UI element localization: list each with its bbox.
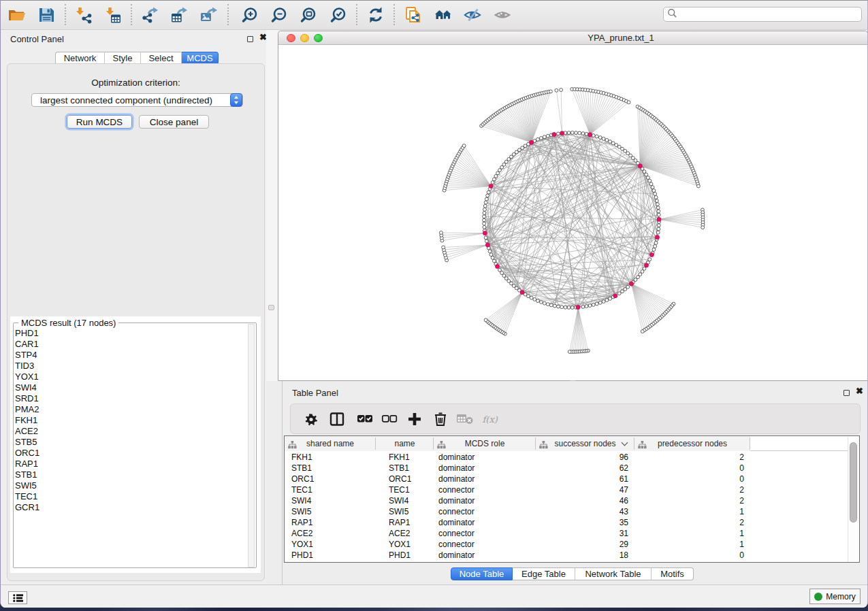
minimize-window-icon[interactable] — [300, 34, 309, 43]
mcds-result-item[interactable]: YOX1 — [15, 371, 39, 382]
mcds-result-item[interactable]: TID3 — [15, 361, 39, 371]
hide-panel-eye-icon[interactable] — [463, 5, 482, 24]
export-image-icon[interactable] — [199, 5, 219, 24]
table-row[interactable]: TEC1TEC1connector472 — [285, 484, 848, 495]
table-cell: SWI4 — [291, 495, 376, 506]
close-window-icon[interactable] — [287, 34, 295, 43]
table-cell: 2 — [634, 495, 744, 506]
table-scrollbar-thumb[interactable] — [850, 442, 857, 523]
save-session-icon[interactable] — [37, 5, 56, 24]
home-network-icon[interactable] — [434, 5, 453, 24]
table-scrollbar[interactable] — [848, 437, 858, 562]
table-cell: dominator — [438, 550, 536, 561]
table-row[interactable]: ACE2ACE2connector311 — [285, 528, 848, 539]
mcds-result-item[interactable]: TEC1 — [15, 491, 39, 502]
mcds-result-item[interactable]: SRD1 — [15, 393, 39, 404]
mcds-result-groupbox: MCDS result (17 nodes) PHD1CAR1STP4TID3Y… — [13, 323, 257, 568]
column-header-name[interactable]: name — [376, 436, 434, 451]
mcds-result-item[interactable]: GCR1 — [15, 502, 39, 513]
copy-network-icon[interactable] — [404, 5, 423, 24]
import-network-icon[interactable] — [74, 5, 93, 24]
zoom-in-icon[interactable] — [240, 5, 259, 24]
table-cell: PHD1 — [291, 550, 376, 561]
refresh-icon[interactable] — [366, 5, 385, 24]
tab-edge-table[interactable]: Edge Table — [513, 567, 575, 580]
tab-motifs[interactable]: Motifs — [652, 567, 694, 580]
column-header-successor-nodes[interactable]: successor nodes — [536, 436, 634, 451]
tab-node-table[interactable]: Node Table — [451, 567, 513, 580]
run-mcds-button[interactable]: Run MCDS — [67, 115, 132, 129]
table-panel-tabs: Node TableEdge TableNetwork TableMotifs — [451, 567, 694, 581]
show-eye-icon[interactable] — [493, 5, 512, 24]
gear-icon[interactable] — [302, 410, 320, 428]
mcds-result-item[interactable]: ACE2 — [15, 426, 39, 437]
open-file-icon[interactable] — [7, 5, 26, 24]
mcds-result-item[interactable]: SWI4 — [15, 382, 39, 393]
table-row[interactable]: PHD1PHD1dominator180 — [285, 550, 848, 561]
table-cell: 1 — [634, 539, 744, 550]
table-cell: dominator — [438, 474, 536, 484]
float-panel-icon[interactable] — [247, 36, 253, 42]
float-table-panel-icon[interactable] — [843, 390, 850, 396]
delete-table-icon — [456, 410, 474, 428]
table-row[interactable]: YOX1YOX1connector291 — [285, 539, 848, 550]
mcds-result-item[interactable]: SWI5 — [15, 480, 39, 491]
mcds-result-item[interactable]: STB5 — [15, 437, 39, 448]
memory-button[interactable]: Memory — [809, 589, 861, 604]
zoom-selected-icon[interactable] — [328, 5, 347, 24]
select-all-icon[interactable] — [356, 410, 374, 428]
table-cell: 2 — [634, 517, 744, 528]
table-cell: 18 — [536, 550, 628, 561]
task-list-icon — [13, 594, 23, 602]
table-cell: dominator — [438, 463, 536, 474]
table-cell: STB1 — [389, 463, 434, 474]
table-panel: Table Panel ✖ f(x) — [266, 381, 868, 584]
close-panel-button[interactable]: Close panel — [139, 115, 209, 129]
export-network-icon[interactable] — [140, 5, 159, 24]
mcds-result-label: MCDS result (17 nodes) — [18, 318, 118, 328]
search-input[interactable] — [663, 7, 862, 22]
close-table-panel-icon[interactable]: ✖ — [856, 386, 863, 396]
network-canvas[interactable] — [278, 45, 867, 380]
table-row[interactable]: STB1STB1dominator620 — [285, 463, 848, 474]
add-column-icon[interactable] — [406, 410, 423, 428]
mcds-result-item[interactable]: RAP1 — [15, 459, 39, 469]
mcds-result-item[interactable]: STB1 — [15, 469, 39, 480]
table-row[interactable]: SWI4SWI4dominator462 — [285, 495, 848, 506]
mcds-result-item[interactable]: ORC1 — [15, 448, 39, 459]
mcds-result-item[interactable]: STP4 — [15, 350, 39, 361]
task-history-button[interactable] — [8, 591, 27, 604]
node-table-rows: FKH1FKH1dominator962STB1STB1dominator620… — [285, 452, 848, 561]
zoom-out-icon[interactable] — [269, 5, 288, 24]
vertical-splitter-handle[interactable] — [268, 305, 274, 310]
export-table-icon[interactable] — [170, 5, 189, 24]
table-cell: YOX1 — [389, 539, 434, 550]
mcds-result-list[interactable]: PHD1CAR1STP4TID3YOX1SWI4SRD1PMA2FKH1ACE2… — [15, 328, 39, 513]
mcds-result-item[interactable]: PMA2 — [15, 404, 39, 415]
table-row[interactable]: SWI5SWI5connector431 — [285, 506, 848, 517]
table-row[interactable]: FKH1FKH1dominator962 — [285, 452, 848, 463]
tab-network-table[interactable]: Network Table — [575, 567, 652, 580]
optimization-criterion-select[interactable]: largest connected component (undirected) — [31, 93, 243, 107]
table-cell: 61 — [536, 474, 628, 484]
columns-icon[interactable] — [328, 410, 346, 428]
delete-column-icon[interactable] — [432, 410, 449, 428]
column-header-predecessor-nodes[interactable]: predecessor nodes — [634, 436, 750, 451]
mcds-result-scrollbar[interactable] — [248, 324, 255, 567]
optimization-criterion-label: Optimization criterion: — [7, 78, 264, 88]
maximize-window-icon[interactable] — [314, 34, 323, 43]
column-header-MCDS-role[interactable]: MCDS role — [434, 436, 536, 451]
network-window-titlebar[interactable]: YPA_prune.txt_1 — [278, 31, 867, 45]
table-row[interactable]: RAP1RAP1dominator352 — [285, 517, 848, 528]
toolbar-separator — [227, 4, 229, 25]
vertical-splitter[interactable] — [266, 30, 278, 381]
zoom-fit-icon[interactable] — [298, 5, 317, 24]
mcds-result-item[interactable]: FKH1 — [15, 415, 39, 426]
mcds-result-item[interactable]: CAR1 — [15, 339, 39, 350]
mcds-result-item[interactable]: PHD1 — [15, 328, 39, 339]
table-row[interactable]: ORC1ORC1dominator610 — [285, 474, 848, 484]
table-cell: 2 — [634, 484, 744, 495]
import-table-icon[interactable] — [104, 5, 123, 24]
deselect-all-icon[interactable] — [381, 410, 398, 428]
column-header-shared-name[interactable]: shared name — [285, 436, 376, 451]
